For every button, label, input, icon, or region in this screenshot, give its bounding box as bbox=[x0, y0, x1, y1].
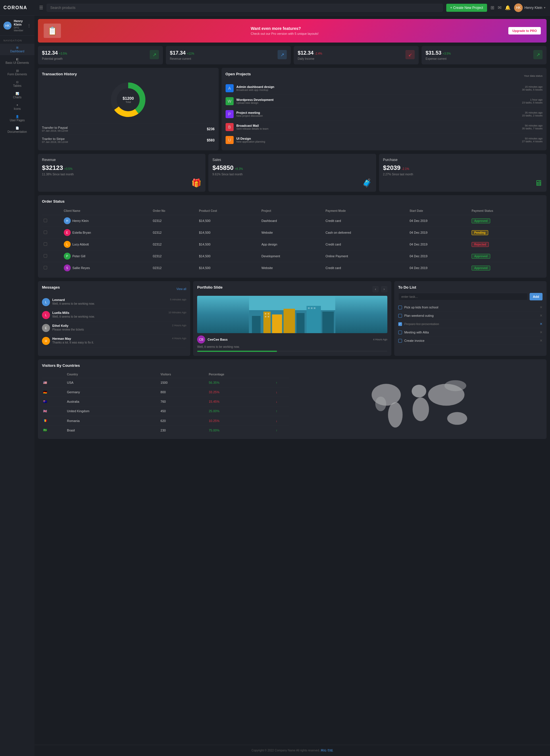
banner-title: Want even more features? bbox=[251, 26, 319, 31]
sales-sub: 9.61% Since last month bbox=[212, 173, 372, 176]
todo-add-button[interactable]: Add bbox=[530, 293, 543, 300]
row-check-1[interactable] bbox=[42, 227, 62, 239]
row-check-0[interactable] bbox=[42, 215, 62, 227]
messages-header: Messages View all bbox=[42, 285, 186, 293]
trans-name-1: Tranfer to Stripe bbox=[42, 137, 68, 141]
row-project-0: Dashboard bbox=[260, 215, 324, 227]
row-check-2[interactable] bbox=[42, 239, 62, 250]
stat-card-1: $17.34+11% Revenue current ↗ bbox=[166, 46, 291, 64]
portfolio-next-button[interactable]: › bbox=[381, 286, 387, 292]
stat-change-3: +3.5% bbox=[442, 52, 451, 55]
create-project-button[interactable]: + Create New Project bbox=[446, 4, 487, 12]
row-client-3: P Peter Gill bbox=[62, 250, 151, 262]
svg-point-27 bbox=[447, 412, 467, 425]
todo-input[interactable] bbox=[398, 293, 528, 300]
footer-link[interactable]: 网站·导航 bbox=[321, 749, 333, 752]
projects-status: Your data status bbox=[524, 74, 543, 77]
sidebar-user: HK Henry Klein DFG Member ⋮ bbox=[0, 16, 35, 36]
row-date-2: 04 Dec 2019 bbox=[408, 239, 470, 250]
msg-content-2: Ethel Kelly Please review the tickets bbox=[52, 324, 170, 331]
todo-delete-2[interactable]: ✕ bbox=[540, 322, 543, 326]
sidebar-item-tables[interactable]: ⊟ Tables bbox=[0, 78, 35, 90]
vrow-flag-1: 🇩🇪 bbox=[42, 387, 66, 397]
vcol-flag bbox=[42, 371, 66, 378]
msg-text-0: Well, it seems to be working now. bbox=[52, 302, 168, 305]
todo-delete-0[interactable]: ✕ bbox=[540, 305, 543, 309]
row-project-4: Website bbox=[260, 262, 324, 274]
msg-name-3: Herman May bbox=[52, 337, 170, 340]
sidebar-user-menu[interactable]: ⋮ bbox=[27, 23, 31, 28]
list-item: L Luella Mills Well, it seems to be work… bbox=[42, 309, 186, 322]
sidebar-item-dashboard[interactable]: ⊞ Dashboard bbox=[0, 44, 35, 55]
topbar-avatar: HK bbox=[514, 3, 523, 12]
revenue-row: Revenue $32123+3.5% 11.38% Since last mo… bbox=[38, 154, 547, 192]
promo-banner: 📋 Want even more features? Check out our… bbox=[38, 19, 547, 43]
row-order-1: 02312 bbox=[151, 227, 198, 239]
sidebar-item-form[interactable]: ▤ Form Elements bbox=[0, 67, 35, 78]
row-check-4[interactable] bbox=[42, 262, 62, 274]
portfolio-title: Portfolio Slide bbox=[197, 285, 223, 289]
sidebar-item-basic-ui[interactable]: ◧ Basic UI Elements bbox=[0, 55, 35, 67]
sidebar-avatar: HK bbox=[3, 22, 12, 30]
svg-rect-17 bbox=[311, 307, 312, 309]
portfolio-header: Portfolio Slide ‹ › bbox=[197, 285, 387, 293]
sidebar-user-role: DFG Member bbox=[14, 26, 25, 32]
todo-delete-3[interactable]: ✕ bbox=[540, 330, 543, 334]
todo-checkbox-1[interactable] bbox=[398, 314, 402, 318]
vcol-visitors: Visitors bbox=[160, 371, 208, 378]
todo-card: To Do List Add Pick up kids from school … bbox=[394, 281, 547, 356]
vrow-pct-2: 15.45% bbox=[208, 397, 275, 406]
sidebar-item-docs[interactable]: 📄 Documentation bbox=[0, 124, 35, 136]
row-cost-3: $14,500 bbox=[198, 250, 260, 262]
mail-icon[interactable]: ✉ bbox=[498, 5, 501, 10]
transaction-card: Transaction History $1200 Total bbox=[38, 68, 219, 150]
tables-icon: ⊟ bbox=[16, 80, 18, 84]
svg-point-22 bbox=[388, 402, 402, 428]
todo-item-text-3: Meeting with Alita bbox=[404, 331, 537, 334]
project-tasks-1: 23 tasks, 5 issues bbox=[522, 101, 543, 104]
table-row: 🇦🇺 Australia 760 15.45% ↓ bbox=[42, 397, 289, 406]
search-input[interactable] bbox=[47, 4, 443, 12]
vcol-trend bbox=[275, 371, 289, 378]
view-all-link[interactable]: View all bbox=[177, 287, 186, 291]
todo-checkbox-0[interactable] bbox=[398, 306, 402, 309]
col-project: Project bbox=[260, 207, 324, 215]
trans-amount-1: $593 bbox=[207, 138, 215, 142]
todo-delete-1[interactable]: ✕ bbox=[540, 314, 543, 318]
sidebar-item-charts[interactable]: 📊 Charts bbox=[0, 90, 35, 101]
vrow-trend-5: ↑ bbox=[275, 425, 289, 435]
sales-card: Sales $45850+8.3% 9.61% Since last month… bbox=[208, 154, 376, 192]
row-check-3[interactable] bbox=[42, 250, 62, 262]
vrow-country-0: USA bbox=[66, 378, 160, 387]
portfolio-prev-button[interactable]: ‹ bbox=[372, 286, 379, 292]
svg-rect-13 bbox=[268, 313, 269, 314]
upgrade-button[interactable]: Upgrade to PRO bbox=[508, 27, 541, 34]
todo-checkbox-2[interactable]: ✓ bbox=[398, 322, 402, 326]
revenue-amount: $32123 bbox=[42, 164, 63, 171]
topbar-user[interactable]: HK Henry Klein ▾ bbox=[514, 3, 545, 12]
row-date-3: 04 Dec 2019 bbox=[408, 250, 470, 262]
vrow-visitors-2: 760 bbox=[160, 397, 208, 406]
todo-checkbox-4[interactable] bbox=[398, 339, 402, 343]
vrow-pct-5: 75.00% bbox=[208, 425, 275, 435]
todo-delete-4[interactable]: ✕ bbox=[540, 339, 543, 343]
stat-value-3: $31.53 bbox=[425, 50, 441, 56]
project-icon-1: W bbox=[226, 97, 234, 105]
row-name-0: Henry Klein bbox=[72, 219, 89, 222]
vrow-trend-0: ↑ bbox=[275, 378, 289, 387]
project-sub-0: Broadcast web app mockup bbox=[237, 89, 519, 91]
sidebar-item-user-pages[interactable]: 👤 User Pages bbox=[0, 113, 35, 124]
notification-icon[interactable]: 🔔 bbox=[505, 5, 511, 10]
row-cost-2: $14,500 bbox=[198, 239, 260, 250]
map-container bbox=[295, 371, 543, 435]
grid-icon[interactable]: ⊞ bbox=[490, 5, 494, 10]
msg-text-2: Please review the tickets bbox=[52, 328, 170, 331]
topbar-actions: + Create New Project ⊞ ✉ 🔔 HK Henry Klei… bbox=[446, 3, 545, 12]
msg-time-1: 10 Minutes Ago bbox=[168, 311, 186, 314]
todo-checkbox-3[interactable] bbox=[398, 331, 402, 334]
svg-rect-14 bbox=[265, 316, 267, 317]
row-order-4: 02312 bbox=[151, 262, 198, 274]
svg-point-21 bbox=[375, 397, 386, 411]
sidebar-item-icons[interactable]: ✦ Icons bbox=[0, 101, 35, 113]
menu-icon[interactable]: ☰ bbox=[39, 5, 43, 10]
